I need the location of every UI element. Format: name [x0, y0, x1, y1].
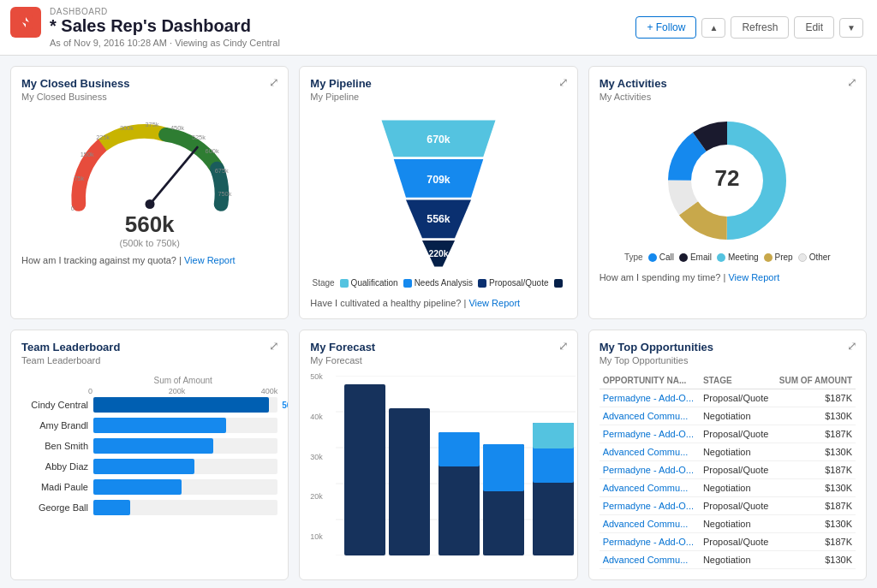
table-row: Advanced Commu... Negotiation $130K — [600, 407, 856, 425]
pipeline-card: My Pipeline My Pipeline ⤢ 670k 709k 556k… — [299, 66, 577, 319]
col-amount: SUM OF AMOUNT — [773, 372, 856, 389]
opportunity-link[interactable]: Permadyne - Add-O... — [603, 429, 694, 439]
col-stage: STAGE — [700, 372, 774, 389]
row-name: Madi Paule — [21, 482, 88, 492]
opportunity-link[interactable]: Permadyne - Add-O... — [603, 393, 694, 403]
pipeline-footer: Have I cultivated a healthy pipeline? | … — [310, 298, 566, 308]
cell-opportunity: Advanced Commu... — [600, 551, 700, 569]
svg-text:450k: 450k — [170, 124, 184, 132]
top-opportunities-title: My Top Opportunities — [600, 341, 856, 353]
legend-other-activity: Other — [798, 252, 831, 262]
svg-text:75k: 75k — [74, 175, 84, 182]
table-row: Advanced Commu... Negotiation $130K — [600, 443, 856, 461]
cell-stage: Negotiation — [700, 443, 774, 461]
table-body: Permadyne - Add-O... Proposal/Quote $187… — [600, 389, 856, 569]
header-left: DASHBOARD * Sales Rep's Dashboard As of … — [10, 7, 280, 48]
forecast-y-axis: 50k 40k 30k 20k 10k — [310, 372, 323, 541]
forecast-card: My Forecast My Forecast ⤢ 50k 40k 30k 20… — [299, 330, 577, 580]
legend-meeting: Meeting — [717, 252, 759, 262]
bar-track: 560k — [93, 397, 277, 413]
expand-icon[interactable]: ⤢ — [847, 339, 857, 353]
opportunity-link[interactable]: Permadyne - Add-O... — [603, 537, 694, 547]
page-title: * Sales Rep's Dashboard — [50, 16, 280, 36]
table-header: OPPORTUNITY NA... STAGE SUM OF AMOUNT — [600, 372, 856, 389]
expand-icon[interactable]: ⤢ — [847, 75, 857, 89]
gauge-container: 0 75k 150k 225k 300k 375k 450k 525k 600k… — [21, 109, 277, 248]
donut-container: 72 Type Call Email Meeting — [600, 109, 856, 265]
bar-fill: 560k — [93, 397, 269, 413]
legend-qualification: Qualification — [340, 278, 398, 288]
closed-business-report-link[interactable]: View Report — [184, 255, 236, 265]
svg-text:220k: 220k — [428, 249, 448, 258]
cell-opportunity: Permadyne - Add-O... — [600, 533, 700, 551]
follow-button[interactable]: + Follow — [635, 16, 696, 39]
activities-report-link[interactable]: View Report — [728, 272, 779, 282]
gauge-value: 560k — [125, 211, 175, 238]
header-actions: + Follow ▲ Refresh Edit ▼ — [635, 16, 863, 39]
page-header: DASHBOARD * Sales Rep's Dashboard As of … — [0, 0, 877, 56]
table-row: Advanced Commu... Negotiation $130K — [600, 479, 856, 497]
svg-text:150k: 150k — [80, 151, 93, 158]
header-text: DASHBOARD * Sales Rep's Dashboard As of … — [50, 7, 280, 48]
opportunities-table: OPPORTUNITY NA... STAGE SUM OF AMOUNT Pe… — [600, 372, 856, 569]
bar-fill — [93, 500, 130, 515]
refresh-button[interactable]: Refresh — [731, 16, 789, 39]
legend-proposal-quote: Proposal/Quote — [478, 278, 549, 288]
opportunity-link[interactable]: Advanced Commu... — [603, 411, 689, 421]
svg-text:709k: 709k — [427, 174, 450, 186]
leaderboard-row: Abby Diaz — [21, 459, 277, 474]
cell-opportunity: Advanced Commu... — [600, 407, 700, 425]
gauge-chart: 0 75k 150k 225k 300k 375k 450k 525k 600k… — [56, 117, 244, 220]
follow-arrow-button[interactable]: ▲ — [701, 18, 725, 38]
legend-other-pipeline — [554, 278, 565, 288]
cell-amount: $187K — [773, 389, 856, 407]
bar-axis-labels: 0 200k 400k — [21, 387, 277, 395]
table-row: Advanced Commu... Negotiation $130K — [600, 515, 856, 533]
pipeline-report-link[interactable]: View Report — [468, 298, 520, 308]
leaderboard-row: Amy Brandl — [21, 418, 277, 433]
closed-business-footer: How am I tracking against my quota? | Vi… — [21, 255, 277, 265]
opportunity-link[interactable]: Advanced Commu... — [603, 555, 689, 565]
closed-business-subtitle: My Closed Business — [21, 92, 277, 102]
forecast-chart-wrapper: 50k 40k 30k 20k 10k — [310, 372, 566, 558]
page-subtitle: As of Nov 9, 2016 10:28 AM · Viewing as … — [50, 38, 280, 48]
legend-type-label: Type — [624, 252, 643, 262]
forecast-chart-svg — [336, 376, 576, 555]
donut-wrapper: 72 — [659, 112, 796, 249]
svg-text:300k: 300k — [120, 124, 134, 132]
opportunity-link[interactable]: Advanced Commu... — [603, 483, 689, 493]
leaderboard-row: Ben Smith — [21, 438, 277, 454]
more-button[interactable]: ▼ — [839, 18, 863, 38]
bar-track — [93, 418, 277, 433]
legend-prep: Prep — [764, 252, 793, 262]
bar-chart: Sum of Amount 0 200k 400k Cindy Central … — [21, 372, 277, 524]
bar-rows-container: Cindy Central 560k Amy Brandl Ben Smith … — [21, 397, 277, 515]
activities-card: My Activities My Activities ⤢ 72 — [588, 66, 867, 319]
expand-icon[interactable]: ⤢ — [269, 339, 279, 353]
expand-icon[interactable]: ⤢ — [558, 339, 569, 353]
opportunity-link[interactable]: Advanced Commu... — [603, 447, 689, 457]
dashboard-label: DASHBOARD — [50, 7, 280, 16]
cell-amount: $130K — [773, 479, 856, 497]
cell-opportunity: Permadyne - Add-O... — [600, 497, 700, 515]
opportunity-link[interactable]: Permadyne - Add-O... — [603, 465, 694, 475]
bar-fill — [93, 459, 194, 474]
funnel-container: 670k 709k 556k 220k Stage Qualification — [310, 109, 566, 291]
expand-icon[interactable]: ⤢ — [558, 75, 569, 89]
app-icon — [10, 7, 41, 38]
legend-needs-analysis: Needs Analysis — [403, 278, 473, 288]
cell-stage: Proposal/Quote — [700, 425, 774, 443]
leaderboard-subtitle: Team Leaderboard — [21, 355, 277, 365]
leaderboard-title: Team Leaderboard — [21, 341, 277, 353]
opportunity-link[interactable]: Advanced Commu... — [603, 519, 689, 529]
header-row: OPPORTUNITY NA... STAGE SUM OF AMOUNT — [600, 372, 856, 389]
svg-text:750k: 750k — [218, 190, 231, 198]
leaderboard-row: George Ball — [21, 500, 277, 515]
opportunity-link[interactable]: Permadyne - Add-O... — [603, 501, 694, 511]
expand-icon[interactable]: ⤢ — [269, 75, 279, 89]
edit-button[interactable]: Edit — [794, 16, 834, 39]
cell-amount: $187K — [773, 425, 856, 443]
row-name: Cindy Central — [21, 400, 88, 410]
svg-rect-38 — [438, 432, 480, 466]
table-row: Permadyne - Add-O... Proposal/Quote $187… — [600, 461, 856, 479]
